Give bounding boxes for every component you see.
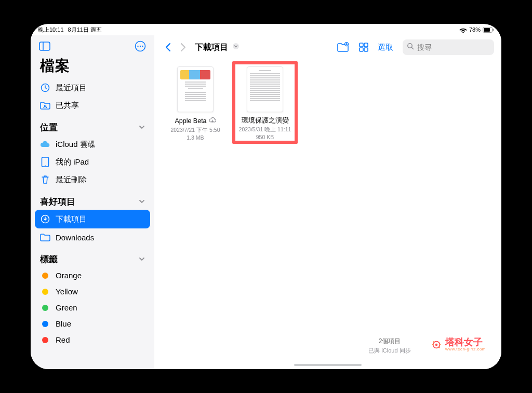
folder-icon xyxy=(40,232,50,242)
wifi-icon xyxy=(459,27,467,33)
location-title[interactable]: 下載項目 xyxy=(195,42,228,53)
chevron-down-icon xyxy=(139,197,145,207)
chevron-down-icon xyxy=(139,123,145,133)
forward-button[interactable] xyxy=(177,40,190,55)
svg-line-27 xyxy=(433,341,434,342)
main-panel: 下載項目 選取 xyxy=(154,35,501,369)
sidebar-tag-red[interactable]: Red xyxy=(31,332,154,348)
ellipsis-icon xyxy=(135,40,146,52)
file-size: 1.3 MB xyxy=(187,134,204,141)
cloud-download-icon xyxy=(209,116,216,126)
download-icon xyxy=(40,214,50,224)
sidebar-item-downloads-zh[interactable]: 下載項目 xyxy=(35,210,150,228)
watermark-name: 塔科女子 xyxy=(445,337,486,347)
tag-dot-icon xyxy=(42,273,48,279)
sidebar-item-recent[interactable]: 最近項目 xyxy=(31,79,154,97)
new-folder-button[interactable] xyxy=(334,40,352,55)
toggle-sidebar-button[interactable] xyxy=(38,39,51,53)
svg-point-14 xyxy=(233,43,239,49)
shared-folder-icon xyxy=(40,100,50,111)
sidebar-tag-yellow[interactable]: Yellow xyxy=(31,283,154,300)
search-icon xyxy=(407,43,414,52)
select-button[interactable]: 選取 xyxy=(376,43,395,52)
watermark-url: www.tech-girlz.com xyxy=(445,347,486,351)
search-field[interactable] xyxy=(403,39,494,55)
status-bar: 晚上10:11 8月11日 週五 78% xyxy=(31,24,501,35)
sidebar-item-icloud[interactable]: iCloud 雲碟 xyxy=(31,135,154,153)
sidebar-title: 檔案 xyxy=(31,53,154,79)
sidebar-item-ipad[interactable]: 我的 iPad xyxy=(31,153,154,171)
sidebar: 檔案 最近項目 已共享 位置 xyxy=(31,35,154,369)
svg-rect-20 xyxy=(364,48,368,51)
file-name: Apple Beta xyxy=(175,117,206,125)
sidebar-item-trash[interactable]: 最近刪除 xyxy=(31,171,154,188)
svg-rect-1 xyxy=(484,28,490,32)
clock-icon xyxy=(40,83,50,93)
sidebar-label: Downloads xyxy=(56,233,94,242)
sidebar-label: 最近刪除 xyxy=(56,175,87,185)
svg-rect-3 xyxy=(39,42,50,50)
sidebar-item-shared[interactable]: 已共享 xyxy=(31,97,154,114)
svg-rect-2 xyxy=(493,29,494,31)
search-input[interactable] xyxy=(417,43,490,51)
tag-dot-icon xyxy=(42,321,48,327)
sidebar-label: 最近項目 xyxy=(56,83,87,93)
tag-dot-icon xyxy=(42,305,48,311)
svg-rect-17 xyxy=(360,43,363,47)
tag-dot-icon xyxy=(42,289,48,295)
battery-icon xyxy=(483,27,494,33)
toolbar: 下載項目 選取 xyxy=(154,35,501,57)
file-grid: Apple Beta 2023/7/21 下午 5:50 1.3 MB xyxy=(154,57,501,151)
watermark: 塔科女子 www.tech-girlz.com xyxy=(431,337,486,351)
view-mode-button[interactable] xyxy=(355,40,373,55)
icloud-icon xyxy=(40,139,50,150)
sidebar-tag-green[interactable]: Green xyxy=(31,300,154,316)
file-item[interactable]: Apple Beta 2023/7/21 下午 5:50 1.3 MB xyxy=(167,66,224,141)
home-indicator[interactable] xyxy=(294,364,362,366)
status-date: 8月11日 週五 xyxy=(68,26,102,34)
sidebar-label: iCloud 雲碟 xyxy=(56,140,96,150)
file-item-highlighted[interactable]: 環境保護之演變 2023/5/31 晚上 11:11 950 KB xyxy=(236,66,294,141)
sidebar-label: 已共享 xyxy=(56,101,79,111)
sidebar-label: 我的 iPad xyxy=(56,157,89,167)
svg-point-6 xyxy=(137,46,138,47)
file-thumbnail xyxy=(177,66,214,112)
sidebar-item-downloads-en[interactable]: Downloads xyxy=(31,228,154,246)
ipad-icon xyxy=(40,157,50,167)
status-time: 晚上10:11 xyxy=(38,26,64,34)
svg-rect-18 xyxy=(364,43,368,47)
sidebar-tag-orange[interactable]: Orange xyxy=(31,267,154,283)
sidebar-section-locations[interactable]: 位置 xyxy=(31,114,154,135)
svg-line-22 xyxy=(411,47,413,49)
svg-point-12 xyxy=(45,165,46,166)
chevron-down-icon[interactable] xyxy=(232,43,240,52)
sidebar-section-favorites[interactable]: 喜好項目 xyxy=(31,188,154,210)
back-button[interactable] xyxy=(162,40,174,55)
file-date: 2023/7/21 下午 5:50 xyxy=(171,126,220,133)
more-options-button[interactable] xyxy=(134,39,147,53)
svg-point-8 xyxy=(142,46,143,47)
svg-line-28 xyxy=(439,347,440,348)
svg-rect-19 xyxy=(360,48,363,51)
trash-icon xyxy=(40,174,50,185)
sidebar-icon xyxy=(39,42,50,51)
battery-text: 78% xyxy=(469,26,481,33)
sidebar-section-tags[interactable]: 標籤 xyxy=(31,246,154,267)
sidebar-tag-blue[interactable]: Blue xyxy=(31,316,154,332)
watermark-icon xyxy=(431,339,442,350)
tag-dot-icon xyxy=(42,337,48,343)
chevron-down-icon xyxy=(139,254,145,265)
sidebar-label: 下載項目 xyxy=(56,214,87,224)
svg-point-7 xyxy=(140,46,141,47)
annotation-highlight xyxy=(232,61,298,144)
svg-point-24 xyxy=(435,343,438,346)
